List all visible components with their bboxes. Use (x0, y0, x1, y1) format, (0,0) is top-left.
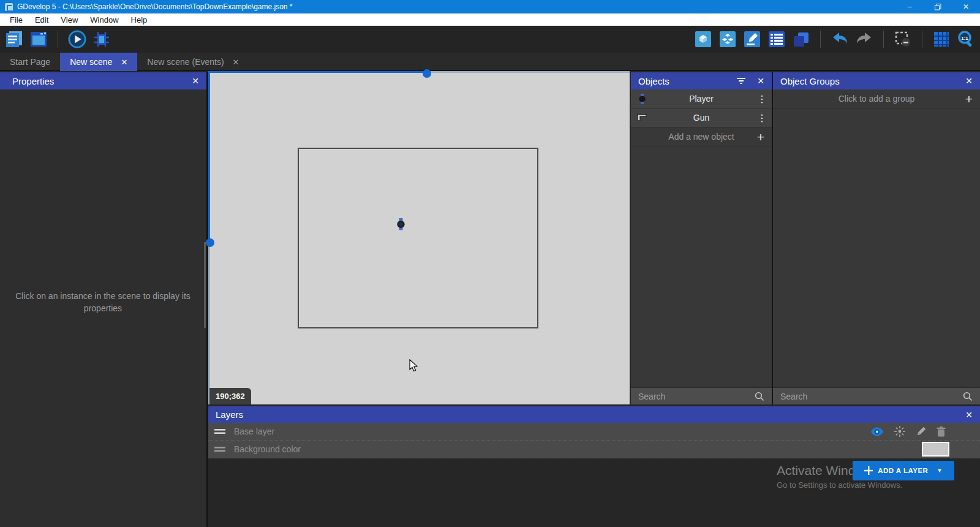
toggle-properties-panel-button[interactable] (743, 30, 761, 48)
scene-canvas[interactable]: 190;362 (208, 71, 630, 404)
menu-bar: File Edit View Window Help (0, 13, 980, 26)
tab-start-page[interactable]: Start Page (0, 53, 60, 71)
properties-panel-header: Properties ✕ (0, 72, 206, 89)
add-group-row[interactable]: Click to add a group + (773, 89, 980, 108)
toggle-instances-list-button[interactable] (767, 30, 786, 48)
editor-tab-bar: Start Page New scene ✕ New scene (Events… (0, 53, 980, 71)
add-new-object-row[interactable]: Add a new object + (631, 127, 772, 146)
objects-search-input[interactable] (638, 392, 755, 401)
toolbar-separator (922, 31, 922, 48)
objects-panel-header: Objects ✕ (631, 72, 772, 89)
restore-icon (935, 4, 941, 10)
drag-handle-icon[interactable] (214, 428, 225, 434)
add-a-layer-button[interactable]: ADD A LAYER ▼ (853, 461, 954, 480)
title-bar: GDevelop 5 - C:\Users\Sparkle\OneDrive\D… (0, 0, 980, 13)
layer-row-background-color[interactable]: Background color (208, 441, 980, 458)
canvas-hscrollbar-thumb[interactable] (423, 69, 431, 78)
toggle-object-groups-panel-button[interactable] (718, 30, 737, 48)
zoom-1to1-icon: 1:1 (957, 30, 975, 48)
svg-text:1:1: 1:1 (961, 36, 968, 41)
gdevelop-logo-icon (5, 3, 13, 11)
mouse-cursor (409, 359, 418, 372)
tab-close-icon[interactable]: ✕ (121, 58, 127, 67)
background-color-swatch[interactable] (922, 442, 949, 457)
toolbar-separator (58, 31, 58, 48)
edit-properties-icon (744, 31, 761, 48)
tab-new-scene[interactable]: New scene ✕ (60, 53, 137, 71)
restore-button[interactable] (924, 0, 952, 13)
canvas-vscrollbar-thumb[interactable] (206, 238, 214, 247)
toggle-layers-panel-button[interactable] (792, 30, 810, 48)
close-button[interactable]: ✕ (952, 0, 980, 13)
menu-window[interactable]: Window (84, 13, 124, 26)
add-group-label: Click to add a group (773, 94, 980, 104)
drag-handle-icon[interactable] (214, 446, 225, 452)
object-groups-panel-header: Object Groups ✕ (773, 72, 980, 89)
objects-search-bar (631, 387, 772, 404)
deselect-all-button[interactable] (894, 30, 912, 48)
tab-new-scene-events[interactable]: New scene (Events) ✕ (137, 53, 249, 71)
menu-help[interactable]: Help (125, 13, 154, 26)
watermark-line2: Go to Settings to activate Windows. (777, 480, 902, 490)
visibility-eye-icon[interactable] (870, 427, 884, 436)
filter-icon[interactable] (736, 77, 746, 85)
toggle-grid-button[interactable] (932, 30, 951, 48)
instances-list-icon (768, 31, 785, 48)
preview-window-button[interactable] (29, 30, 48, 48)
menu-view[interactable]: View (55, 13, 84, 26)
add-object-label: Add a new object (631, 132, 772, 142)
project-manager-button[interactable] (5, 30, 23, 48)
properties-panel: Properties ✕ Click on an instance in the… (0, 72, 206, 527)
play-icon (68, 29, 86, 49)
menu-file[interactable]: File (4, 13, 29, 26)
delete-layer-trash-icon[interactable] (937, 427, 946, 437)
layers-panel-header: Layers ✕ (208, 406, 980, 423)
player-instance[interactable] (397, 218, 405, 230)
object-name: Gun (631, 113, 772, 123)
toolbar-separator (883, 31, 884, 48)
edit-layer-pencil-icon[interactable] (916, 427, 926, 437)
object-groups-title: Object Groups (780, 76, 840, 86)
game-window-bounds (298, 148, 538, 328)
toolbar: 1:1 (0, 26, 980, 53)
close-icon[interactable]: ✕ (965, 410, 973, 420)
chevron-down-icon[interactable]: ▼ (937, 468, 942, 474)
layers-title: Layers (216, 409, 243, 420)
layer-effects-icon[interactable] (894, 426, 905, 437)
groups-search-bar (773, 387, 980, 404)
tab-label: New scene (Events) (147, 57, 224, 67)
redo-button[interactable] (855, 30, 873, 48)
zoom-original-button[interactable]: 1:1 (957, 30, 975, 48)
toggle-objects-panel-button[interactable] (694, 30, 712, 48)
minimize-button[interactable]: – (895, 0, 924, 13)
properties-scrollbar[interactable] (204, 242, 206, 328)
search-icon (755, 392, 764, 401)
object-row-gun[interactable]: Gun ⋮ (631, 108, 772, 127)
tab-label: New scene (70, 57, 112, 67)
layer-row-base[interactable]: Base layer (208, 423, 980, 441)
object-groups-icon (719, 31, 736, 48)
close-icon[interactable]: ✕ (757, 76, 764, 86)
tab-label: Start Page (10, 57, 50, 67)
play-preview-button[interactable] (68, 30, 86, 48)
objects-panel-icon (695, 31, 712, 48)
debug-bug-icon (92, 30, 111, 48)
menu-edit[interactable]: Edit (29, 13, 55, 26)
objects-title: Objects (638, 76, 669, 86)
preview-window-icon (29, 30, 48, 48)
layer-list: Base layer (208, 423, 980, 458)
layer-name: Background color (234, 444, 301, 454)
undo-icon (831, 31, 848, 48)
properties-title: Properties (12, 76, 54, 86)
close-icon[interactable]: ✕ (192, 76, 199, 86)
groups-search-input[interactable] (780, 392, 963, 401)
tab-close-icon[interactable]: ✕ (233, 58, 239, 67)
object-row-player[interactable]: Player ⋮ (631, 89, 772, 108)
close-icon[interactable]: ✕ (965, 76, 973, 86)
debug-button[interactable] (92, 30, 111, 48)
undo-button[interactable] (831, 30, 849, 48)
grid-icon (933, 31, 950, 48)
objects-panel: Objects ✕ Player ⋮ Gun ⋮ Add a new objec… (631, 72, 772, 404)
layers-panel: Layers ✕ Base layer (208, 406, 980, 527)
object-name: Player (631, 94, 772, 104)
